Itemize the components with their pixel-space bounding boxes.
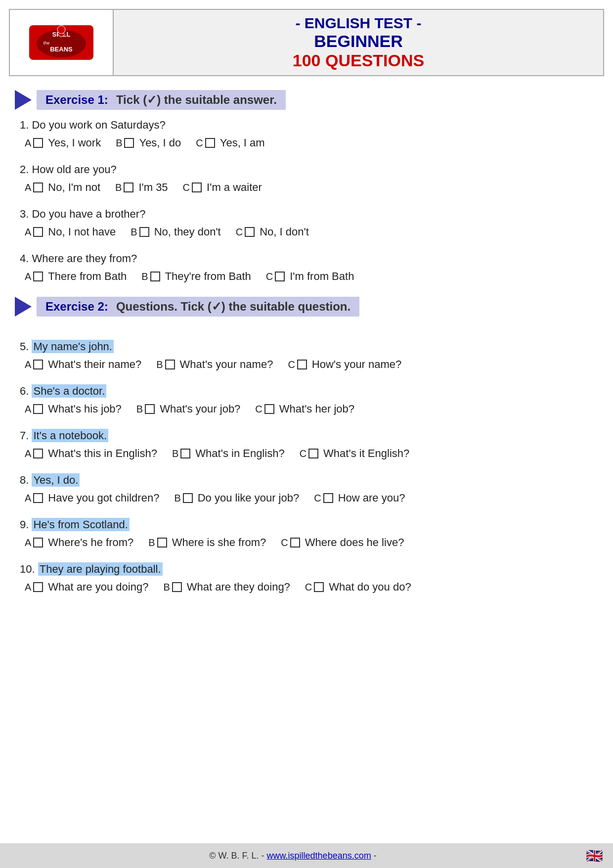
question-10-option-b: B What are they doing? <box>163 581 290 594</box>
exercise1-header: Exercise 1: Tick (✓) the suitable answer… <box>15 90 598 110</box>
question-1: 1. Do you work on Saturdays? A Yes, I wo… <box>20 119 593 149</box>
question-1-option-c: C Yes, I am <box>196 137 264 149</box>
exercise1-content: 1. Do you work on Saturdays? A Yes, I wo… <box>20 119 593 283</box>
question-8-option-a: A Have you got children? <box>25 492 159 504</box>
checkbox-5a[interactable] <box>33 360 43 369</box>
checkbox-2b[interactable] <box>124 183 133 192</box>
svg-text:BEANS: BEANS <box>50 46 73 53</box>
svg-point-5 <box>57 26 65 34</box>
question-1-option-a: A Yes, I work <box>25 137 101 149</box>
checkbox-7c[interactable] <box>308 449 318 458</box>
question-2-option-c: C I'm a waiter <box>183 181 262 194</box>
exercise1-label-box: Exercise 1: Tick (✓) the suitable answer… <box>37 90 286 110</box>
checkbox-6b[interactable] <box>145 404 155 414</box>
question-5-text: 5. My name's john. <box>20 340 593 353</box>
checkbox-1c[interactable] <box>205 138 215 148</box>
question-5-option-c: C How's your name? <box>288 358 401 371</box>
question-1-option-b: B Yes, I do <box>116 137 181 149</box>
question-5-options: A What's their name? B What's your name?… <box>20 358 593 371</box>
page-footer: © W. B. F. L. - www.ispilledthebeans.com… <box>0 843 613 868</box>
question-3-option-c: C No, I don't <box>236 226 309 238</box>
question-5-option-b: B What's your name? <box>156 358 273 371</box>
question-3-option-b: B No, they don't <box>131 226 220 238</box>
question-1-text: 1. Do you work on Saturdays? <box>20 119 593 132</box>
checkbox-3c[interactable] <box>245 227 255 237</box>
question-2-option-b: B I'm 35 <box>115 181 168 194</box>
checkbox-8c[interactable] <box>323 493 333 503</box>
checkbox-10b[interactable] <box>172 582 182 592</box>
checkbox-4c[interactable] <box>275 272 285 281</box>
question-5-option-a: A What's their name? <box>25 358 141 371</box>
checkbox-8a[interactable] <box>33 493 43 503</box>
exercise2-content: 5. My name's john. A What's their name? … <box>20 340 593 594</box>
footer-link[interactable]: www.ispilledthebeans.com <box>267 851 371 861</box>
question-7-options: A What's this in English? B What's in En… <box>20 447 593 460</box>
checkbox-8b[interactable] <box>183 493 193 503</box>
checkbox-2a[interactable] <box>33 183 43 192</box>
question-4-options: A There from Bath B They're from Bath C … <box>20 270 593 283</box>
checkbox-2c[interactable] <box>192 183 202 192</box>
checkbox-7a[interactable] <box>33 449 43 458</box>
statement-9: He's from Scotland. <box>32 518 129 531</box>
exercise2-header: Exercise 2: Questions. Tick (✓) the suit… <box>15 297 598 317</box>
question-4-option-b: B They're from Bath <box>141 270 251 283</box>
checkbox-6c[interactable] <box>264 404 274 414</box>
exercise1-label: Exercise 1: <box>45 93 108 106</box>
question-4-option-a: A There from Bath <box>25 270 127 283</box>
question-10: 10. They are playing football. A What ar… <box>20 563 593 594</box>
exercise1-instruction: Tick (✓) the suitable answer. <box>116 93 277 106</box>
checkbox-1b[interactable] <box>124 138 134 148</box>
checkbox-9c[interactable] <box>290 538 300 548</box>
checkbox-4b[interactable] <box>150 272 160 281</box>
question-8-option-b: B Do you like your job? <box>174 492 299 504</box>
statement-10: They are playing football. <box>38 562 163 576</box>
checkbox-7b[interactable] <box>180 449 190 458</box>
question-9-options: A Where's he from? B Where is she from? … <box>20 536 593 549</box>
question-6: 6. She's a doctor. A What's his job? B W… <box>20 385 593 415</box>
question-6-option-a: A What's his job? <box>25 403 122 415</box>
exercise2-instruction: Questions. Tick (✓) the suitable questio… <box>116 300 350 313</box>
question-3: 3. Do you have a brother? A No, I not ha… <box>20 208 593 238</box>
title-area: - ENGLISH TEST - BEGINNER 100 QUESTIONS <box>114 10 603 75</box>
checkbox-5c[interactable] <box>297 360 307 369</box>
checkbox-1a[interactable] <box>33 138 43 148</box>
question-2-text: 2. How old are you? <box>20 163 593 176</box>
exercise2-label: Exercise 2: <box>45 300 108 313</box>
question-10-options: A What are you doing? B What are they do… <box>20 581 593 594</box>
question-6-options: A What's his job? B What's your job? C W… <box>20 403 593 415</box>
checkbox-6a[interactable] <box>33 404 43 414</box>
question-10-text: 10. They are playing football. <box>20 563 593 576</box>
title-line2: BEGINNER <box>314 32 402 51</box>
statement-8: Yes, I do. <box>32 473 80 487</box>
footer-text: © W. B. F. L. - www.ispilledthebeans.com… <box>0 851 586 861</box>
checkbox-3b[interactable] <box>139 227 149 237</box>
question-7-text: 7. It's a notebook. <box>20 429 593 442</box>
question-2-option-a: A No, I'm not <box>25 181 100 194</box>
checkbox-9a[interactable] <box>33 538 43 548</box>
question-6-option-c: C What's her job? <box>255 403 354 415</box>
logo-area: SPILL the BEANS <box>10 10 114 75</box>
question-8-text: 8. Yes, I do. <box>20 474 593 487</box>
question-6-option-b: B What's your job? <box>136 403 241 415</box>
checkbox-9b[interactable] <box>157 538 167 548</box>
question-8: 8. Yes, I do. A Have you got children? B… <box>20 474 593 504</box>
option-b-letter: B <box>116 137 122 149</box>
option-a-letter: A <box>25 137 31 149</box>
option-1a-text: Yes, I work <box>48 137 101 149</box>
question-9-option-b: B Where is she from? <box>148 536 266 549</box>
statement-5: My name's john. <box>32 340 114 353</box>
question-9: 9. He's from Scotland. A Where's he from… <box>20 518 593 549</box>
question-6-text: 6. She's a doctor. <box>20 385 593 398</box>
checkbox-10a[interactable] <box>33 582 43 592</box>
checkbox-3a[interactable] <box>33 227 43 237</box>
question-9-option-c: C Where does he live? <box>281 536 404 549</box>
question-7: 7. It's a notebook. A What's this in Eng… <box>20 429 593 460</box>
statement-6: She's a doctor. <box>32 384 106 398</box>
title-line1: - ENGLISH TEST - <box>296 15 422 32</box>
question-1-options: A Yes, I work B Yes, I do C Yes, I am <box>20 137 593 149</box>
question-7-option-b: B What's in English? <box>172 447 285 460</box>
checkbox-10c[interactable] <box>314 582 324 592</box>
checkbox-4a[interactable] <box>33 272 43 281</box>
checkbox-5b[interactable] <box>165 360 175 369</box>
statement-7: It's a notebook. <box>32 429 108 442</box>
